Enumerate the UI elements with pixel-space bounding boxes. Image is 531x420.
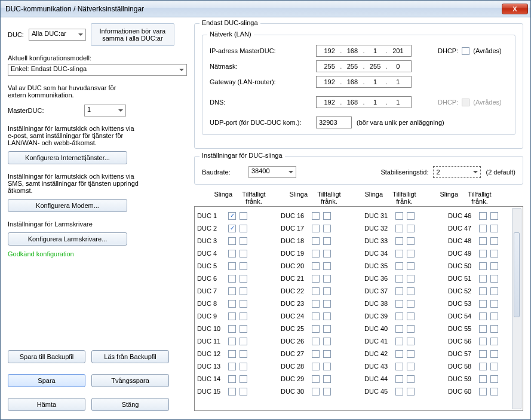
duc-loop-checkbox[interactable] bbox=[395, 350, 403, 358]
configure-printer-button[interactable]: Konfigurera Larmskrivare... bbox=[8, 232, 127, 246]
dns-input[interactable]: 192. 168. 1. 1 bbox=[316, 96, 412, 108]
duc-temp-off-checkbox[interactable] bbox=[490, 225, 498, 232]
duc-loop-checkbox[interactable] bbox=[228, 388, 236, 396]
duc-temp-off-checkbox[interactable] bbox=[240, 275, 247, 283]
configure-modem-button[interactable]: Konfigurera Modem... bbox=[8, 199, 127, 212]
duc-temp-off-checkbox[interactable] bbox=[240, 237, 247, 245]
duc-loop-checkbox[interactable] bbox=[479, 250, 487, 257]
config-model-select[interactable]: Enkel: Endast DUC-slinga bbox=[8, 64, 187, 76]
duc-temp-off-checkbox[interactable] bbox=[490, 212, 498, 220]
duc-temp-off-checkbox[interactable] bbox=[490, 262, 498, 270]
duc-temp-off-checkbox[interactable] bbox=[240, 325, 247, 333]
duc-temp-off-checkbox[interactable] bbox=[490, 237, 498, 245]
duc-temp-off-checkbox[interactable] bbox=[407, 250, 415, 257]
fetch-button[interactable]: Hämta bbox=[8, 398, 85, 411]
duc-temp-off-checkbox[interactable] bbox=[407, 237, 415, 245]
force-save-button[interactable]: Tvångsspara bbox=[91, 374, 169, 387]
duc-loop-checkbox[interactable] bbox=[228, 300, 236, 308]
duc-temp-off-checkbox[interactable] bbox=[323, 325, 331, 333]
duc-temp-off-checkbox[interactable] bbox=[240, 212, 247, 220]
duc-loop-checkbox[interactable] bbox=[479, 212, 487, 220]
duc-loop-checkbox[interactable] bbox=[395, 250, 403, 257]
duc-loop-checkbox[interactable] bbox=[395, 325, 403, 333]
duc-temp-off-checkbox[interactable] bbox=[407, 312, 415, 320]
baud-select[interactable]: 38400 bbox=[248, 166, 296, 178]
duc-loop-checkbox[interactable] bbox=[312, 338, 320, 345]
save-button[interactable]: Spara bbox=[8, 374, 85, 387]
duc-loop-checkbox[interactable] bbox=[479, 375, 487, 383]
duc-temp-off-checkbox[interactable] bbox=[240, 338, 247, 345]
duc-temp-off-checkbox[interactable] bbox=[240, 388, 247, 396]
duc-loop-checkbox[interactable] bbox=[312, 237, 320, 245]
duc-temp-off-checkbox[interactable] bbox=[323, 237, 331, 245]
duc-temp-off-checkbox[interactable] bbox=[407, 325, 415, 333]
duc-temp-off-checkbox[interactable] bbox=[490, 250, 498, 257]
duc-temp-off-checkbox[interactable] bbox=[490, 275, 498, 283]
duc-temp-off-checkbox[interactable] bbox=[323, 312, 331, 320]
duc-loop-checkbox[interactable] bbox=[395, 212, 403, 220]
duc-temp-off-checkbox[interactable] bbox=[323, 287, 331, 295]
duc-temp-off-checkbox[interactable] bbox=[240, 363, 247, 370]
duc-temp-off-checkbox[interactable] bbox=[240, 350, 247, 358]
duc-loop-checkbox[interactable] bbox=[395, 300, 403, 308]
duc-loop-checkbox[interactable] bbox=[395, 388, 403, 396]
duc-loop-checkbox[interactable] bbox=[312, 225, 320, 232]
scrollbar[interactable] bbox=[512, 208, 521, 409]
duc-loop-checkbox[interactable] bbox=[228, 287, 236, 295]
duc-temp-off-checkbox[interactable] bbox=[490, 363, 498, 370]
duc-loop-checkbox[interactable] bbox=[312, 325, 320, 333]
duc-loop-checkbox[interactable] bbox=[228, 275, 236, 283]
duc-loop-checkbox[interactable] bbox=[479, 338, 487, 345]
duc-temp-off-checkbox[interactable] bbox=[490, 300, 498, 308]
duc-loop-checkbox[interactable] bbox=[228, 250, 236, 257]
duc-temp-off-checkbox[interactable] bbox=[490, 350, 498, 358]
duc-loop-checkbox[interactable] bbox=[479, 225, 487, 232]
duc-loop-checkbox[interactable] bbox=[479, 262, 487, 270]
duc-temp-off-checkbox[interactable] bbox=[323, 300, 331, 308]
duc-temp-off-checkbox[interactable] bbox=[323, 338, 331, 345]
duc-loop-checkbox[interactable] bbox=[479, 312, 487, 320]
duc-loop-checkbox[interactable] bbox=[228, 262, 236, 270]
duc-temp-off-checkbox[interactable] bbox=[407, 350, 415, 358]
duc-loop-checkbox[interactable] bbox=[312, 262, 320, 270]
load-backup-button[interactable]: Läs från Backupfil bbox=[91, 350, 169, 363]
duc-temp-off-checkbox[interactable] bbox=[407, 262, 415, 270]
duc-temp-off-checkbox[interactable] bbox=[407, 212, 415, 220]
duc-loop-checkbox[interactable] bbox=[395, 312, 403, 320]
netmask-input[interactable]: 255. 255. 255. 0 bbox=[316, 60, 412, 72]
duc-temp-off-checkbox[interactable] bbox=[323, 275, 331, 283]
duc-temp-off-checkbox[interactable] bbox=[407, 225, 415, 232]
gateway-input[interactable]: 192. 168. 1. 1 bbox=[316, 76, 412, 88]
duc-loop-checkbox[interactable] bbox=[312, 300, 320, 308]
duc-loop-checkbox[interactable] bbox=[479, 388, 487, 396]
duc-loop-checkbox[interactable] bbox=[228, 325, 236, 333]
save-backup-button[interactable]: Spara till Backupfil bbox=[8, 350, 85, 363]
duc-select[interactable]: Alla DUC:ar bbox=[29, 29, 86, 41]
duc-loop-checkbox[interactable] bbox=[479, 287, 487, 295]
duc-loop-checkbox[interactable] bbox=[312, 287, 320, 295]
duc-loop-checkbox[interactable] bbox=[312, 363, 320, 370]
duc-temp-off-checkbox[interactable] bbox=[323, 350, 331, 358]
duc-loop-checkbox[interactable] bbox=[312, 375, 320, 383]
duc-loop-checkbox[interactable] bbox=[228, 237, 236, 245]
duc-temp-off-checkbox[interactable] bbox=[240, 287, 247, 295]
duc-temp-off-checkbox[interactable] bbox=[490, 338, 498, 345]
duc-loop-checkbox[interactable] bbox=[312, 212, 320, 220]
duc-loop-checkbox[interactable] bbox=[395, 237, 403, 245]
dhcp-checkbox-1[interactable] bbox=[462, 47, 469, 55]
duc-temp-off-checkbox[interactable] bbox=[323, 225, 331, 232]
duc-temp-off-checkbox[interactable] bbox=[240, 250, 247, 257]
duc-loop-checkbox[interactable] bbox=[228, 225, 236, 232]
duc-loop-checkbox[interactable] bbox=[312, 250, 320, 257]
duc-temp-off-checkbox[interactable] bbox=[323, 363, 331, 370]
duc-temp-off-checkbox[interactable] bbox=[490, 287, 498, 295]
duc-temp-off-checkbox[interactable] bbox=[240, 262, 247, 270]
duc-temp-off-checkbox[interactable] bbox=[323, 375, 331, 383]
duc-temp-off-checkbox[interactable] bbox=[407, 300, 415, 308]
duc-temp-off-checkbox[interactable] bbox=[490, 375, 498, 383]
duc-loop-checkbox[interactable] bbox=[312, 312, 320, 320]
duc-loop-checkbox[interactable] bbox=[312, 350, 320, 358]
duc-loop-checkbox[interactable] bbox=[479, 363, 487, 370]
duc-loop-checkbox[interactable] bbox=[395, 262, 403, 270]
duc-temp-off-checkbox[interactable] bbox=[407, 275, 415, 283]
